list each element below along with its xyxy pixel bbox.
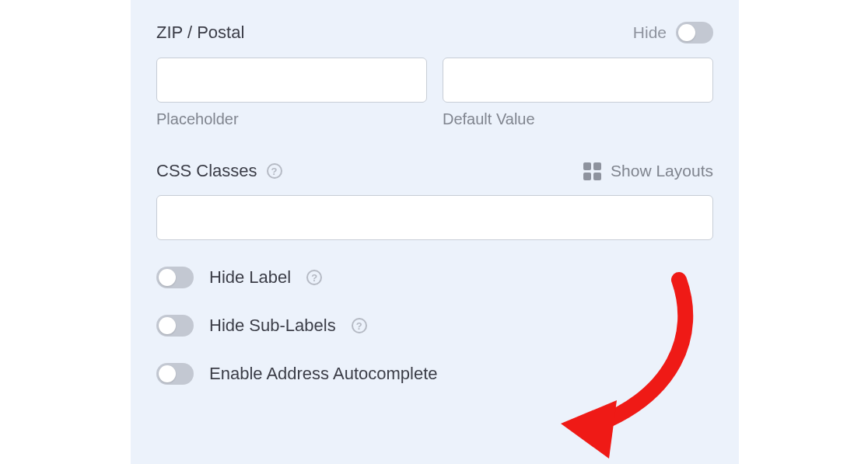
hide-sublabels-toggle[interactable]: [156, 315, 194, 337]
placeholder-sublabel: Placeholder: [156, 110, 427, 128]
zip-inputs-row: Placeholder Default Value: [156, 58, 713, 128]
css-title-group: CSS Classes ?: [156, 161, 282, 181]
default-value-col: Default Value: [443, 58, 713, 128]
default-value-input[interactable]: [443, 58, 713, 103]
field-settings-panel: ZIP / Postal Hide Placeholder Default Va…: [131, 0, 739, 464]
hide-label-row: Hide Label ?: [156, 267, 713, 288]
zip-header-row: ZIP / Postal Hide: [156, 22, 713, 44]
hide-sublabels-text: Hide Sub-Labels: [209, 316, 336, 336]
toggle-knob: [159, 269, 176, 286]
toggle-knob: [678, 24, 695, 41]
show-layouts-button[interactable]: Show Layouts: [583, 162, 713, 180]
toggle-knob: [159, 365, 176, 382]
enable-autocomplete-text: Enable Address Autocomplete: [209, 364, 438, 384]
hide-zip-group: Hide: [633, 22, 713, 44]
default-value-sublabel: Default Value: [443, 110, 713, 128]
hide-toggle-label: Hide: [633, 23, 667, 42]
help-icon[interactable]: ?: [306, 270, 322, 285]
hide-zip-toggle[interactable]: [676, 22, 713, 44]
placeholder-input[interactable]: [156, 58, 427, 103]
css-section-title: CSS Classes: [156, 161, 257, 181]
css-classes-input[interactable]: [156, 195, 713, 240]
placeholder-col: Placeholder: [156, 58, 427, 128]
show-layouts-label: Show Layouts: [611, 162, 713, 180]
help-icon[interactable]: ?: [267, 163, 282, 179]
enable-autocomplete-row: Enable Address Autocomplete: [156, 363, 713, 385]
help-icon[interactable]: ?: [352, 318, 367, 333]
hide-label-toggle[interactable]: [156, 267, 194, 288]
css-header-row: CSS Classes ? Show Layouts: [156, 161, 713, 181]
hide-sublabels-row: Hide Sub-Labels ?: [156, 315, 713, 337]
enable-autocomplete-toggle[interactable]: [156, 363, 194, 385]
toggle-knob: [159, 317, 176, 334]
zip-section-title: ZIP / Postal: [156, 23, 244, 43]
hide-label-text: Hide Label: [209, 267, 291, 288]
grid-icon: [583, 162, 601, 180]
